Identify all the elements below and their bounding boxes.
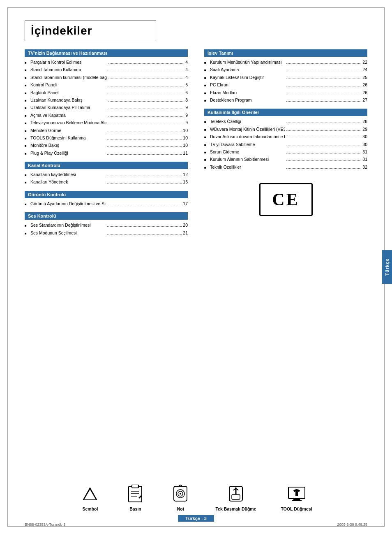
dots [108, 101, 184, 102]
item-text: Kaynak Listesi/ İsim Değiştir [210, 74, 285, 81]
bullet: ■ [204, 60, 208, 65]
item-text: Televizyonunuzun Bekleme Moduna Alınması [30, 119, 107, 126]
footer-left: BN68-02353A-Tur.indb 3 [25, 522, 65, 527]
bullet: ■ [25, 136, 29, 141]
dots [286, 63, 362, 64]
item-text: Menüleri Görme [30, 127, 106, 134]
dots [286, 130, 362, 131]
dots [108, 86, 184, 86]
list-item: ■Kurulum Menüsünün Yapılandırılması22 [204, 58, 367, 66]
page-num: 10 [183, 142, 188, 149]
section-1-items: ■Parçaların Kontrol Edilmesi4 ■Stand Tab… [25, 58, 188, 157]
page-num: 31 [362, 149, 367, 155]
list-item: ■Saati Ayarlama24 [204, 66, 367, 73]
bullet: ■ [25, 121, 29, 126]
page-num: 4 [185, 66, 188, 73]
list-item: ■Ses Standardının Değiştirilmesi20 [25, 221, 188, 229]
dots [107, 132, 182, 132]
list-item: ■Teknik Özellikler32 [204, 163, 367, 171]
svg-rect-14 [293, 499, 300, 500]
item-text: Sorun Giderme [210, 149, 285, 155]
content-area: İçindekiler TV'nizin Bağlanması ve Hazır… [25, 21, 367, 501]
list-item: ■Uzaktan Kumandaya Pil Takma9 [25, 104, 188, 111]
left-column: TV'nizin Bağlanması ve Hazırlanması ■Par… [25, 49, 188, 237]
list-item: ■Televizyonunuzun Bekleme Moduna Alınmas… [25, 119, 188, 126]
svg-rect-16 [295, 491, 298, 496]
svg-rect-3 [132, 485, 138, 488]
tool-icon [286, 483, 307, 504]
page-number: Türkçe - 3 [178, 515, 214, 522]
bullet: ■ [25, 98, 29, 103]
item-text: Kanalları Yönetmek [30, 179, 106, 185]
bullet: ■ [25, 173, 29, 178]
dots [286, 94, 362, 94]
item-text: Uzaktan Kumandaya Pil Takma [30, 104, 107, 111]
bullet: ■ [25, 151, 29, 156]
list-item: ■Desteklenen Program27 [204, 96, 367, 104]
item-text: Ekran Modları [210, 89, 285, 96]
dots [108, 63, 184, 64]
item-text: Teknik Özellikler [210, 164, 285, 170]
page-num: 9 [185, 119, 188, 126]
dots [286, 160, 362, 161]
bullet: ■ [204, 120, 208, 125]
page-num: 15 [183, 179, 188, 185]
page-number-bar: Türkçe - 3 [0, 515, 392, 522]
page-num: 28 [362, 118, 367, 125]
item-text: Duvar Askısını duvara takmadan önce hazı… [210, 133, 285, 140]
bullet: ■ [25, 180, 29, 185]
item-text: Stand Tabanının kurulması (modele bağlıd… [30, 74, 107, 81]
bullet: ■ [25, 223, 29, 228]
list-item: ■Duvar Askısını duvara takmadan önce haz… [204, 133, 367, 140]
dots [286, 79, 362, 79]
list-item: ■Kanalları Yönetmek15 [25, 178, 188, 186]
symbols-row: Sembol Basın [25, 483, 367, 511]
page-num: 11 [183, 150, 188, 156]
list-item: ■Sorun Giderme31 [204, 148, 367, 156]
page-num: 25 [362, 74, 367, 81]
dots [286, 123, 362, 123]
bullet: ■ [25, 144, 29, 149]
right-column: İşlev Tanımı ■Kurulum Menüsünün Yapıland… [204, 49, 367, 237]
footer: BN68-02353A-Tur.indb 3 2009-6-30 9:48:25 [25, 522, 367, 527]
notepad-icon [125, 483, 145, 504]
bullet: ■ [25, 76, 29, 81]
item-text: Parçaların Kontrol Edilmesi [30, 59, 107, 65]
dots [108, 124, 184, 124]
bullet: ■ [25, 91, 29, 96]
section-header-goruntu: Görüntü Kontrolü [25, 191, 188, 198]
item-text: WDuvara Montaj Kitinin Özellikleri (VESA… [210, 126, 285, 132]
dots [286, 153, 362, 153]
single-press-icon [226, 483, 246, 504]
list-item: ■Monitöre Bakış10 [25, 142, 188, 149]
list-item: ■Kanalların kaydedilmesi12 [25, 171, 188, 178]
bullet: ■ [25, 114, 29, 118]
dots [286, 168, 362, 169]
bullet: ■ [204, 135, 208, 140]
page-num: 31 [362, 156, 367, 163]
item-text: Monitöre Bakış [30, 142, 106, 149]
svg-rect-15 [292, 500, 302, 501]
symbol-sembol: Sembol [80, 483, 100, 511]
item-text: Plug & Play Özelliği [30, 150, 106, 156]
page-num: 26 [362, 81, 367, 88]
symbol-tool: TOOL Düğmesi [281, 483, 312, 511]
dots [108, 94, 184, 94]
bullet: ■ [204, 165, 208, 170]
page-num: 20 [183, 222, 188, 228]
dots [286, 146, 362, 146]
item-text: Uzaktan Kumandaya Bakış [30, 97, 107, 103]
page-num: 21 [183, 230, 188, 236]
item-text: Kanalların kaydedilmesi [30, 171, 106, 178]
section-r1-items: ■Kurulum Menüsünün Yapılandırılması22 ■S… [204, 58, 367, 104]
page-num: 9 [185, 112, 188, 118]
list-item: ■Parçaların Kontrol Edilmesi4 [25, 58, 188, 66]
section-header-tv: TV'nizin Bağlanması ve Hazırlanması [25, 49, 188, 57]
dots [108, 109, 184, 109]
section-4-items: ■Ses Standardının Değiştirilmesi20 ■Ses … [25, 221, 188, 237]
list-item: ■PC Ekranı26 [204, 81, 367, 88]
list-item: ■Teleteks Özelliği28 [204, 118, 367, 125]
ce-logo-container: CE [204, 183, 367, 216]
tek-basma-label: Tek Basmalı Düğme [215, 506, 256, 511]
page-num: 12 [183, 171, 188, 178]
